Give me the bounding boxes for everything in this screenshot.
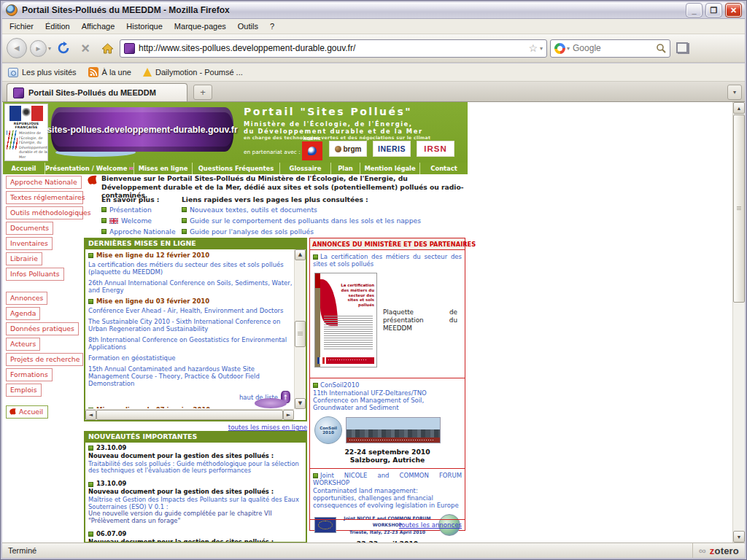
search-icon[interactable] xyxy=(656,43,666,53)
link-guide-analyse[interactable]: Guide pour l'analyse des sols pollués xyxy=(182,228,314,236)
sidebar-item-agenda[interactable]: Agenda xyxy=(6,307,40,320)
zotero-wordmark[interactable]: zotero xyxy=(710,545,739,556)
nav-plan[interactable]: Plan xyxy=(330,163,360,174)
url-bar[interactable]: ☆ ▾ xyxy=(120,39,547,58)
partners-label: en partenariat avec : xyxy=(244,149,301,155)
link-approche-nationale[interactable]: Approche Nationale xyxy=(101,228,176,236)
scroll-left-arrow[interactable]: ◄ xyxy=(85,410,96,420)
sidebar-item-infos-polluants[interactable]: Infos Polluants xyxy=(6,268,64,281)
scrollbar-thumb[interactable] xyxy=(295,321,306,347)
sidebar-item-approche-nationale[interactable]: Approche Nationale xyxy=(6,176,82,189)
nav-accueil[interactable]: Accueil xyxy=(3,163,44,174)
brgm-logo[interactable]: brgm xyxy=(329,141,367,157)
minimize-button[interactable]: _ xyxy=(686,4,702,17)
scroll-up-arrow[interactable]: ▲ xyxy=(295,249,306,260)
link-welcome[interactable]: Welcome xyxy=(101,217,152,225)
news-link[interactable]: Traitabilité des sols pollués : Guide mé… xyxy=(88,461,303,475)
menu-affichage[interactable]: Affichage xyxy=(76,20,121,33)
bookmark-dailymotion[interactable]: Dailymotion - Poumsé ... xyxy=(143,68,243,77)
sidebar-item-annonces[interactable]: Annonces xyxy=(6,292,47,305)
sidebar-item-formations[interactable]: Formations xyxy=(6,368,53,381)
annonce-link[interactable]: Joint NICOLE and COMMON FORUM WORKSHOP xyxy=(313,472,462,486)
ineris-logo[interactable]: INERIS xyxy=(373,141,411,157)
nav-mention-legale[interactable]: Mention légale xyxy=(360,163,419,174)
sidebar-item-documents[interactable]: Documents xyxy=(6,222,53,235)
update-link[interactable]: Formation en géostatistique xyxy=(88,354,293,362)
google-logo-icon[interactable] xyxy=(554,43,565,54)
update-link[interactable]: 15th Annual Contaminated and hazardous W… xyxy=(88,365,293,387)
bookmark-a-la-une[interactable]: À la une xyxy=(88,67,131,77)
url-input[interactable] xyxy=(139,43,525,53)
irsn-logo[interactable]: IRSN xyxy=(417,141,454,157)
nav-presentation[interactable]: Présentation / Welcome xyxy=(44,163,133,174)
pages-button[interactable] xyxy=(673,38,692,58)
home-button[interactable] xyxy=(98,38,117,58)
sidebar-item-textes-reglementaires[interactable]: Textes réglementaires xyxy=(6,191,83,204)
restore-button[interactable]: ❐ xyxy=(706,4,721,17)
sidebar-item-outils-methodologiques[interactable]: Outils méthodologiques xyxy=(6,206,83,219)
scroll-up-arrow[interactable]: ▲ xyxy=(733,102,745,114)
nav-contact[interactable]: Contact xyxy=(419,163,468,174)
annonce-link[interactable]: ConSoil2010 xyxy=(313,381,462,389)
link-presentation[interactable]: Présentation xyxy=(101,206,152,214)
nav-glossaire[interactable]: Glossaire xyxy=(279,163,330,174)
sidebar-item-emplois[interactable]: Emplois xyxy=(6,384,42,397)
zotero-status[interactable]: ∞ zotero xyxy=(692,543,739,558)
updates-vertical-scrollbar[interactable]: ▲ ▼ xyxy=(294,249,306,409)
link-nouveaux-textes[interactable]: Nouveaux textes, outils et documents xyxy=(182,206,317,214)
tab-portail-sites-pollues[interactable]: Portail Sites-Pollués du MEEDDM xyxy=(7,83,187,101)
browser-window: Portail Sites-Pollués du MEEDDM - Mozill… xyxy=(0,0,747,560)
bookmark-star-icon[interactable]: ☆ xyxy=(528,42,538,54)
forward-button[interactable]: ► xyxy=(30,40,47,57)
news-link[interactable]: Maîtrise et Gestion des Impacts des Poll… xyxy=(88,497,303,511)
back-button[interactable]: ◄ xyxy=(7,38,27,58)
nav-mises-en-ligne[interactable]: Mises en ligne xyxy=(133,163,192,174)
brochure-image[interactable]: La certification des métiers du secteur … xyxy=(314,273,377,368)
update-link[interactable]: 8th International Conference on Geostati… xyxy=(88,336,293,351)
reload-button[interactable] xyxy=(54,38,73,58)
history-dropdown-icon[interactable]: ▾ xyxy=(48,45,51,52)
menu-aide[interactable]: ? xyxy=(264,20,280,33)
stop-button[interactable]: × xyxy=(76,38,95,58)
update-link[interactable]: Conférence Ever Ahead - Air, Health, Env… xyxy=(88,307,293,314)
menu-edition[interactable]: Édition xyxy=(39,20,76,33)
search-input[interactable] xyxy=(573,43,653,53)
update-link[interactable]: 26th Annual International Conference on … xyxy=(88,279,293,294)
brochure-caption: Plaquette de présentation du MEEDDM xyxy=(383,308,457,332)
menu-historique[interactable]: Historique xyxy=(120,20,169,33)
most-visited-icon xyxy=(8,68,18,77)
sidebar-item-donnees-pratiques[interactable]: Données pratiques xyxy=(6,322,79,335)
updates-horizontal-scrollbar[interactable]: ◄ ► xyxy=(85,409,294,420)
scroll-down-arrow[interactable]: ▼ xyxy=(295,398,306,409)
nav-questions-frequentes[interactable]: Questions Fréquentes xyxy=(192,163,279,174)
url-dropdown-icon[interactable]: ▾ xyxy=(540,45,543,52)
search-bar[interactable]: ▾ xyxy=(550,39,670,58)
update-link[interactable]: The Sustainable City 2010 - Sixth Intern… xyxy=(88,318,293,332)
sidebar-item-acteurs[interactable]: Acteurs xyxy=(6,338,40,351)
scrollbar-thumb[interactable] xyxy=(96,410,283,420)
ademe-logo[interactable]: ADEME xyxy=(301,136,323,160)
sidebar-item-projets-de-recherche[interactable]: Projets de recherche xyxy=(6,353,83,366)
sidebar-item-librairie[interactable]: Librairie xyxy=(6,252,42,265)
menu-outils[interactable]: Outils xyxy=(232,20,264,33)
browser-vertical-scrollbar[interactable]: ▲ ▼ xyxy=(732,102,745,542)
sidebar-item-accueil[interactable]: Accueil xyxy=(6,405,48,419)
sidebar-item-inventaires[interactable]: Inventaires xyxy=(6,237,53,250)
update-link[interactable]: La certification des métiers du secteur … xyxy=(88,261,293,276)
bookmark-most-visited[interactable]: Les plus visités xyxy=(8,68,77,77)
close-button[interactable]: ✕ xyxy=(726,4,741,17)
quick-label: Liens rapides vers les pages les plus co… xyxy=(182,195,368,203)
menu-marque-pages[interactable]: Marque-pages xyxy=(169,20,232,33)
link-guide-comportement[interactable]: Guide sur le comportement des polluants … xyxy=(182,217,421,225)
search-engine-dropdown-icon[interactable]: ▾ xyxy=(567,45,570,52)
list-all-tabs-button[interactable]: ▾ xyxy=(727,85,742,100)
sidebar: Approche Nationale Textes réglementaires… xyxy=(4,176,85,419)
scrollbar-thumb[interactable] xyxy=(733,114,745,303)
all-updates-link[interactable]: toutes les mises en ligne xyxy=(84,424,307,431)
menu-fichier[interactable]: Fichier xyxy=(4,20,39,33)
new-tab-button[interactable]: + xyxy=(193,85,212,100)
annonce-link[interactable]: La certification des métiers du secteur … xyxy=(313,253,462,268)
scroll-right-arrow[interactable]: ► xyxy=(283,410,294,420)
all-annonces-link[interactable]: toutes les annonces xyxy=(310,519,465,530)
scroll-down-arrow[interactable]: ▼ xyxy=(733,531,745,542)
